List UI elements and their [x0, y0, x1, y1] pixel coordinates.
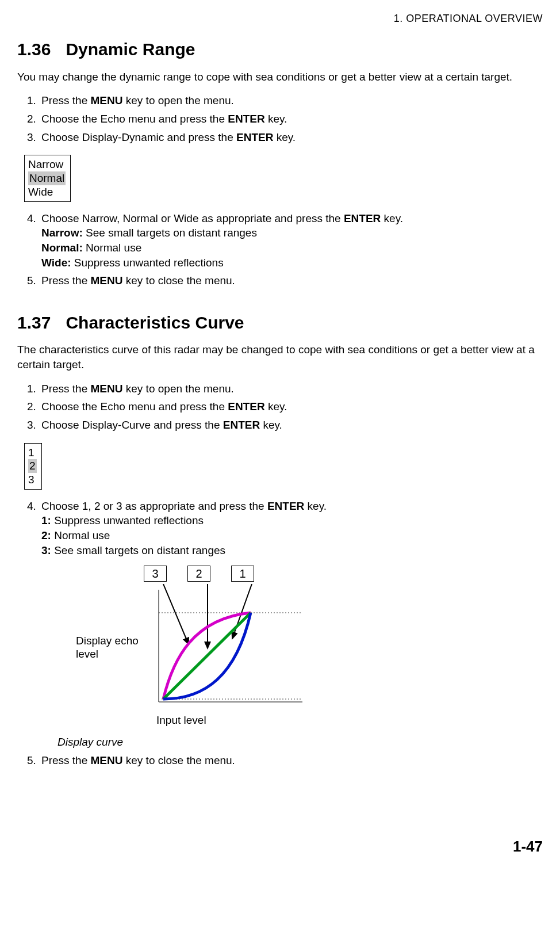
- list-item: Choose Narrow, Normal or Wide as appropr…: [39, 211, 543, 270]
- curve-label-2: 2: [187, 566, 210, 582]
- svg-line-0: [163, 584, 189, 644]
- curve-label-1: 1: [231, 566, 254, 582]
- list-item: Press the MENU key to open the menu.: [39, 93, 543, 108]
- option-desc: Wide: Suppress unwanted reflections: [41, 255, 543, 270]
- option-3: 3: [28, 473, 37, 487]
- list-item: Choose the Echo menu and press the ENTER…: [39, 112, 543, 127]
- options-box: 1 2 3: [24, 443, 42, 490]
- list-item: Choose Display-Curve and press the ENTER…: [39, 418, 543, 433]
- list-item: Press the MENU key to close the menu.: [39, 273, 543, 288]
- steps-list: Press the MENU key to open the menu. Cho…: [17, 381, 543, 433]
- steps-list: Choose Narrow, Normal or Wide as appropr…: [17, 211, 543, 288]
- curve-label-3: 3: [144, 566, 167, 582]
- section-number: 1.37: [17, 313, 51, 332]
- list-item: Choose 1, 2 or 3 as appropriate and pres…: [39, 499, 543, 750]
- x-axis-label: Input level: [156, 713, 323, 728]
- y-axis-label: Display echo level: [76, 634, 149, 662]
- steps-list: Choose 1, 2 or 3 as appropriate and pres…: [17, 499, 543, 768]
- list-item: Choose the Echo menu and press the ENTER…: [39, 399, 543, 414]
- figure-caption: Display curve: [57, 735, 543, 750]
- option-desc: Normal: Normal use: [41, 240, 543, 255]
- list-item: Press the MENU key to open the menu.: [39, 381, 543, 396]
- section-title: Characteristics Curve: [66, 313, 244, 332]
- curve-chart-icon: [153, 584, 308, 711]
- section-title: Dynamic Range: [66, 40, 195, 59]
- section-intro: The characteristics curve of this radar …: [17, 342, 543, 372]
- option-desc: 3: See small targets on distant ranges: [41, 543, 543, 558]
- section-number: 1.36: [17, 40, 51, 59]
- page-number: 1-47: [17, 837, 543, 857]
- figure-display-curve: 3 2 1 Display echo level: [76, 566, 323, 728]
- list-item: Press the MENU key to close the menu.: [39, 753, 543, 768]
- option-desc: Narrow: See small targets on distant ran…: [41, 226, 543, 240]
- option-desc: 2: Normal use: [41, 528, 543, 543]
- options-box: Narrow Normal Wide: [24, 155, 71, 201]
- option-normal: Normal: [28, 171, 66, 185]
- option-1: 1: [28, 446, 37, 460]
- page-header: 1. OPERATIONAL OVERVIEW: [17, 12, 543, 25]
- option-wide: Wide: [28, 185, 66, 199]
- option-desc: 1: Suppress unwanted reflections: [41, 513, 543, 528]
- section-heading: 1.37Characteristics Curve: [17, 311, 543, 335]
- curve-labels: 3 2 1: [144, 566, 323, 582]
- option-narrow: Narrow: [28, 158, 66, 171]
- steps-list: Press the MENU key to open the menu. Cho…: [17, 93, 543, 144]
- list-item: Choose Display-Dynamic and press the ENT…: [39, 130, 543, 145]
- section-heading: 1.36Dynamic Range: [17, 38, 543, 62]
- section-intro: You may change the dynamic range to cope…: [17, 70, 543, 85]
- svg-line-2: [232, 584, 252, 639]
- option-2: 2: [28, 459, 37, 473]
